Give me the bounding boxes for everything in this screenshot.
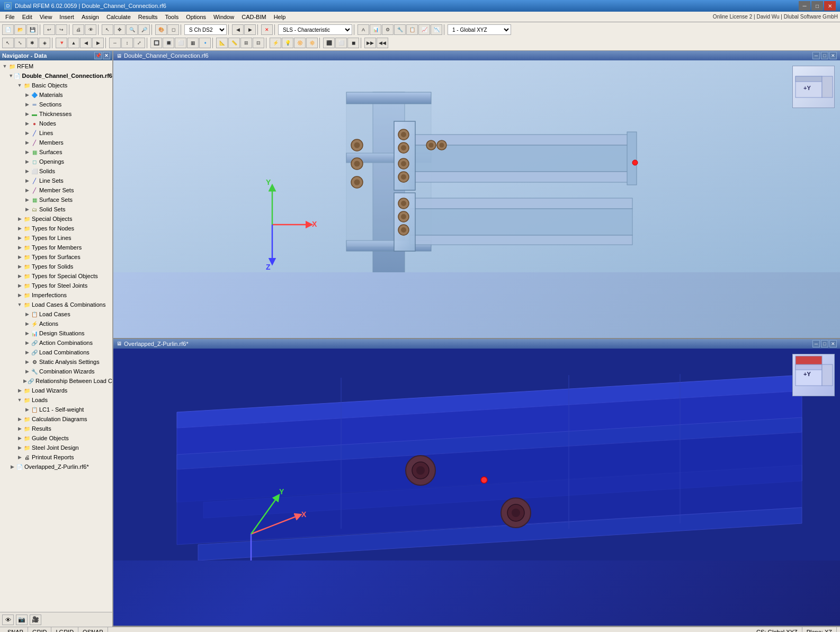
tb-r7[interactable]: ◀ xyxy=(80,38,92,48)
tree-item-26[interactable]: ▶📋Load Cases xyxy=(0,309,112,319)
tb-r8[interactable]: ▶ xyxy=(92,38,104,48)
menu-view[interactable]: View xyxy=(37,13,56,21)
tb-zoom-in[interactable]: 🔍 xyxy=(126,24,138,35)
tb-a5[interactable]: 📋 xyxy=(406,24,418,35)
tree-toggle-32[interactable]: ▶ xyxy=(23,368,31,375)
tree-item-4[interactable]: ▶═Sections xyxy=(0,100,112,109)
tree-toggle-4[interactable]: ▶ xyxy=(23,101,31,108)
tree-item-28[interactable]: ▶📊Design Situations xyxy=(0,328,112,338)
nav-camera-button[interactable]: 📷 xyxy=(16,615,28,625)
tree-toggle-26[interactable]: ▶ xyxy=(23,310,31,318)
coord-combo[interactable]: 1 - Global XYZ xyxy=(448,24,511,35)
minimize-button[interactable]: ─ xyxy=(799,1,810,11)
tb-a6[interactable]: 📈 xyxy=(418,24,430,35)
tree-item-29[interactable]: ▶🔗Action Combinations xyxy=(0,338,112,348)
tb-wire[interactable]: ◻ xyxy=(167,24,179,35)
tree-toggle-30[interactable]: ▶ xyxy=(23,349,31,356)
tree-toggle-6[interactable]: ▶ xyxy=(23,120,31,127)
tree-toggle-40[interactable]: ▶ xyxy=(16,444,23,451)
tb-zoom-out[interactable]: 🔎 xyxy=(138,24,150,35)
tree-toggle-29[interactable]: ▶ xyxy=(23,339,31,346)
tb-a3[interactable]: ⚙ xyxy=(382,24,394,35)
tb-r25[interactable]: ⬛ xyxy=(323,38,335,48)
tb-save[interactable]: 💾 xyxy=(26,24,38,35)
tree-item-5[interactable]: ▶▬Thicknesses xyxy=(0,109,112,119)
tb-r5[interactable]: 🔻 xyxy=(56,38,67,48)
window-controls[interactable]: ─ □ ✕ xyxy=(799,1,836,11)
tree-toggle-14[interactable]: ▶ xyxy=(23,196,31,203)
tree-item-41[interactable]: ▶🖨Printout Reports xyxy=(0,452,112,462)
tree-toggle-11[interactable]: ▶ xyxy=(23,167,31,175)
tb-r26[interactable]: ⬜ xyxy=(335,38,347,48)
tree-toggle-19[interactable]: ▶ xyxy=(16,244,23,251)
status-grid[interactable]: GRID xyxy=(28,627,52,632)
tb-preview[interactable]: 👁 xyxy=(85,24,96,35)
tb-r17[interactable]: 📐 xyxy=(216,38,228,48)
vp-bottom-maximize[interactable]: □ xyxy=(821,340,828,348)
tree-toggle-13[interactable]: ▶ xyxy=(23,186,31,194)
tb-r9[interactable]: ↔ xyxy=(109,38,121,48)
tree-item-17[interactable]: ▶📁Types for Nodes xyxy=(0,224,112,233)
sls-combo[interactable]: SLS - Characteristic xyxy=(278,24,352,35)
tree-toggle-7[interactable]: ▶ xyxy=(23,129,31,137)
tree-item-8[interactable]: ▶╱Members xyxy=(0,138,112,147)
tb-r15[interactable]: ▦ xyxy=(187,38,199,48)
tb-r2[interactable]: ⤡ xyxy=(14,38,26,48)
tree-toggle-33[interactable]: ▶ xyxy=(23,377,27,385)
tb-r20[interactable]: ⊟ xyxy=(253,38,264,48)
tree-toggle-17[interactable]: ▶ xyxy=(16,225,23,232)
tb-a7[interactable]: 📉 xyxy=(431,24,442,35)
tree-item-30[interactable]: ▶🔗Load Combinations xyxy=(0,348,112,357)
tb-r13[interactable]: 🔳 xyxy=(163,38,174,48)
tree-toggle-39[interactable]: ▶ xyxy=(16,434,23,442)
maximize-button[interactable]: □ xyxy=(811,1,823,11)
tree-item-42[interactable]: ▶📄Overlapped_Z-Purlin.rf6* xyxy=(0,462,112,471)
tb-r18[interactable]: 📏 xyxy=(228,38,240,48)
tb-r21[interactable]: ⚡ xyxy=(270,38,281,48)
tree-toggle-22[interactable]: ▶ xyxy=(16,272,23,280)
tree-item-35[interactable]: ▼📁Loads xyxy=(0,395,112,405)
tree-item-2[interactable]: ▼📁Basic Objects xyxy=(0,81,112,90)
tree-item-7[interactable]: ▶╱Lines xyxy=(0,128,112,138)
status-lgrid[interactable]: LGRID xyxy=(51,627,78,632)
tree-toggle-37[interactable]: ▶ xyxy=(16,415,23,423)
tree-item-27[interactable]: ▶⚡Actions xyxy=(0,319,112,328)
tb-open[interactable]: 📂 xyxy=(14,24,26,35)
close-button[interactable]: ✕ xyxy=(824,1,836,11)
tb-new[interactable]: 📄 xyxy=(2,24,14,35)
vp-bottom-close[interactable]: ✕ xyxy=(829,340,837,348)
tb-x-icon[interactable]: ✕ xyxy=(261,24,273,35)
nav-cube-top[interactable]: +Y xyxy=(792,66,835,108)
tree-toggle-41[interactable]: ▶ xyxy=(16,453,23,461)
tb-render[interactable]: 🎨 xyxy=(155,24,167,35)
tb-r1[interactable]: ↖ xyxy=(2,38,14,48)
menu-cadbim[interactable]: CAD-BIM xyxy=(238,13,269,21)
tree-item-40[interactable]: ▶📁Steel Joint Design xyxy=(0,443,112,452)
tb-r16[interactable]: 🔹 xyxy=(199,38,211,48)
tree-toggle-27[interactable]: ▶ xyxy=(23,320,31,327)
tree-item-1[interactable]: ▼📄Double_Channel_Connection.rf6 xyxy=(0,71,112,81)
tb-r29[interactable]: ◀◀ xyxy=(377,38,388,48)
tb-redo[interactable]: ↪ xyxy=(56,24,67,35)
tb-a1[interactable]: A xyxy=(358,24,369,35)
nav-close-button[interactable]: ✕ xyxy=(103,52,110,59)
tb-r22[interactable]: 💡 xyxy=(282,38,293,48)
tb-next-lc[interactable]: ▶ xyxy=(244,24,256,35)
load-case-combo[interactable]: S Ch DS2 xyxy=(184,24,227,35)
viewport-top-content[interactable]: X Y Z +Y xyxy=(113,60,840,338)
tb-a2[interactable]: 📊 xyxy=(370,24,381,35)
vp-top-maximize[interactable]: □ xyxy=(821,52,828,59)
menu-tools[interactable]: Tools xyxy=(162,13,182,21)
tree-toggle-18[interactable]: ▶ xyxy=(16,234,23,242)
tree-toggle-10[interactable]: ▶ xyxy=(23,158,31,165)
tb-prev-lc[interactable]: ◀ xyxy=(232,24,244,35)
tree-toggle-3[interactable]: ▶ xyxy=(23,91,31,99)
tree-item-18[interactable]: ▶📁Types for Lines xyxy=(0,233,112,243)
tb-r19[interactable]: ⊞ xyxy=(240,38,252,48)
tree-toggle-21[interactable]: ▶ xyxy=(16,263,23,270)
tree-item-37[interactable]: ▶📁Calculation Diagrams xyxy=(0,414,112,424)
tree-item-12[interactable]: ▶╱Line Sets xyxy=(0,176,112,185)
tb-undo[interactable]: ↩ xyxy=(43,24,55,35)
tree-toggle-9[interactable]: ▶ xyxy=(23,148,31,156)
menu-insert[interactable]: Insert xyxy=(56,13,77,21)
